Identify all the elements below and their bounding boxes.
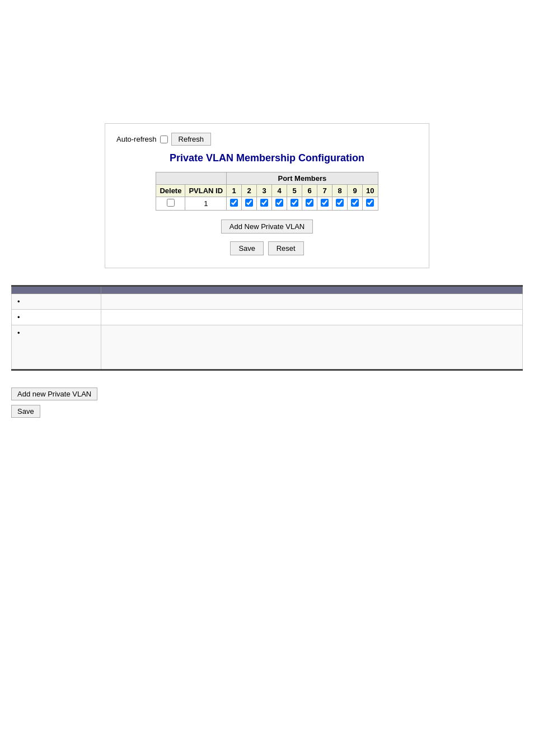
port-7-header: 7 bbox=[317, 185, 332, 197]
pvlanid-cell: 1 bbox=[185, 197, 227, 211]
port-6-header: 6 bbox=[302, 185, 317, 197]
bottom-buttons: Add new Private VLAN Save bbox=[11, 388, 523, 418]
port-5-checkbox[interactable] bbox=[291, 199, 298, 207]
delete-checkbox[interactable] bbox=[167, 199, 175, 207]
bottom-add-pvlan-button[interactable]: Add new Private VLAN bbox=[11, 388, 97, 400]
save-reset-row: Save Reset bbox=[116, 240, 418, 256]
port-3-header: 3 bbox=[257, 185, 272, 197]
port-4-checkbox[interactable] bbox=[275, 199, 283, 207]
ref-bullet-3: • bbox=[12, 325, 101, 370]
config-panel: Auto-refresh Refresh Private VLAN Member… bbox=[105, 123, 429, 268]
port-1-checkbox[interactable] bbox=[230, 199, 238, 207]
refresh-button[interactable]: Refresh bbox=[171, 133, 212, 146]
save-button[interactable]: Save bbox=[230, 241, 264, 255]
bottom-save-button[interactable]: Save bbox=[11, 405, 40, 418]
pvlan-table: Port Members Delete PVLAN ID 1 2 3 4 5 6… bbox=[156, 172, 378, 211]
port-4-header: 4 bbox=[272, 185, 287, 197]
port-3-cell bbox=[257, 197, 272, 211]
port-8-checkbox[interactable] bbox=[336, 199, 344, 207]
port-10-checkbox[interactable] bbox=[366, 199, 374, 207]
empty-header bbox=[156, 172, 227, 185]
pvlanid-col-header: PVLAN ID bbox=[185, 185, 227, 197]
port-8-cell bbox=[332, 197, 348, 211]
ref-header-col2 bbox=[101, 286, 523, 294]
ref-row-2: • bbox=[12, 310, 523, 325]
port-2-cell bbox=[242, 197, 257, 211]
add-pvlan-row: Add New Private VLAN bbox=[116, 218, 418, 235]
port-7-cell bbox=[317, 197, 332, 211]
reset-button[interactable]: Reset bbox=[268, 241, 304, 255]
port-1-header: 1 bbox=[227, 185, 242, 197]
port-5-cell bbox=[287, 197, 302, 211]
add-new-pvlan-button[interactable]: Add New Private VLAN bbox=[221, 220, 313, 234]
port-3-checkbox[interactable] bbox=[260, 199, 268, 207]
port-10-header: 10 bbox=[363, 185, 378, 197]
table-row: 1 bbox=[156, 197, 378, 211]
port-5-header: 5 bbox=[287, 185, 302, 197]
autorefresh-checkbox[interactable] bbox=[160, 136, 168, 143]
page-title: Private VLAN Membership Configuration bbox=[116, 152, 418, 164]
port-10-cell bbox=[363, 197, 378, 211]
port-2-header: 2 bbox=[242, 185, 257, 197]
port-4-cell bbox=[272, 197, 287, 211]
port-6-cell bbox=[302, 197, 317, 211]
port-6-checkbox[interactable] bbox=[306, 199, 313, 207]
ref-desc-3 bbox=[101, 325, 523, 370]
reference-table: • • • bbox=[11, 285, 523, 371]
ref-desc-1 bbox=[101, 294, 523, 310]
port-8-header: 8 bbox=[332, 185, 348, 197]
ref-row-3: • bbox=[12, 325, 523, 370]
port-9-header: 9 bbox=[348, 185, 363, 197]
ref-row-1: • bbox=[12, 294, 523, 310]
ref-bullet-2: • bbox=[12, 310, 101, 325]
autorefresh-bar: Auto-refresh Refresh bbox=[116, 133, 418, 146]
ref-header-col1 bbox=[12, 286, 101, 294]
port-9-checkbox[interactable] bbox=[351, 199, 359, 207]
delete-col-header: Delete bbox=[156, 185, 185, 197]
reference-table-container: • • • bbox=[11, 285, 523, 371]
port-1-cell bbox=[227, 197, 242, 211]
autorefresh-label: Auto-refresh bbox=[116, 135, 157, 143]
port-2-checkbox[interactable] bbox=[245, 199, 253, 207]
ref-bullet-1: • bbox=[12, 294, 101, 310]
delete-cell bbox=[156, 197, 185, 211]
port-7-checkbox[interactable] bbox=[321, 199, 329, 207]
port-members-header: Port Members bbox=[227, 172, 378, 185]
port-9-cell bbox=[348, 197, 363, 211]
ref-desc-2 bbox=[101, 310, 523, 325]
